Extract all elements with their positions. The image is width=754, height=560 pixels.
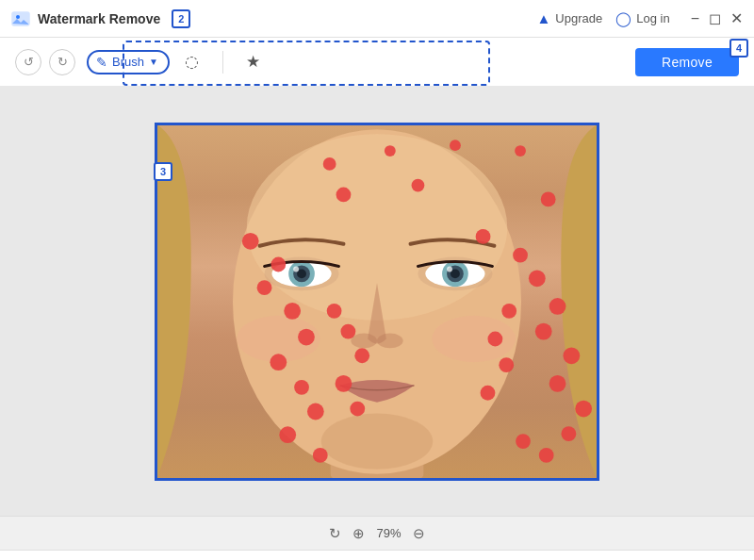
svg-point-25 [515, 145, 526, 156]
eraser-tool-button[interactable]: ★ [238, 47, 269, 77]
minimize-button[interactable]: − [691, 11, 699, 26]
brush-tool-button[interactable]: ✎ Brush ▼ [87, 50, 170, 74]
remove-button[interactable]: Remove [635, 48, 739, 76]
image-canvas[interactable] [155, 123, 599, 481]
svg-point-57 [539, 448, 554, 463]
svg-point-53 [501, 303, 516, 318]
svg-point-45 [513, 247, 528, 262]
svg-point-38 [313, 448, 328, 463]
svg-point-54 [487, 331, 502, 346]
svg-point-22 [323, 156, 336, 170]
bottom-bar: New Image Crop Download ▼ [0, 550, 754, 560]
svg-point-29 [242, 232, 259, 249]
svg-point-34 [270, 354, 287, 371]
login-button[interactable]: ◯ Log in [615, 10, 669, 27]
face-overlay [157, 125, 597, 478]
svg-point-33 [298, 328, 315, 345]
title-bar: Watermark Remove 2 ▲ Upgrade ◯ Log in − … [0, 0, 754, 38]
svg-point-26 [336, 187, 352, 202]
brush-icon: ✎ [96, 55, 107, 70]
remove-section: Remove 4 [635, 48, 739, 76]
svg-point-23 [385, 145, 396, 156]
svg-point-31 [257, 280, 272, 295]
svg-point-32 [284, 302, 301, 319]
eraser-icon: ★ [246, 52, 260, 72]
toolbar: ↺ ↻ ✎ Brush ▼ ◌ ★ Remove 4 [0, 38, 754, 87]
svg-point-50 [549, 374, 566, 391]
face-background [157, 125, 597, 478]
svg-point-19 [321, 413, 433, 469]
svg-point-58 [516, 434, 531, 449]
svg-point-16 [447, 266, 452, 272]
svg-point-28 [541, 191, 556, 206]
zoom-out-button[interactable]: ⊖ [413, 525, 425, 542]
svg-point-49 [563, 347, 580, 364]
svg-point-44 [476, 228, 491, 243]
window-controls: − ◻ ✕ [691, 11, 743, 26]
svg-point-24 [450, 140, 461, 151]
svg-point-42 [336, 374, 352, 391]
svg-point-17 [351, 333, 377, 348]
upgrade-button[interactable]: ▲ Upgrade [537, 10, 603, 26]
undo-button[interactable]: ↺ [15, 49, 41, 75]
title-left: Watermark Remove 2 [11, 9, 190, 28]
undo-icon: ↺ [24, 55, 34, 69]
rotate-button[interactable]: ↻ [329, 525, 341, 542]
svg-point-39 [327, 303, 342, 318]
upgrade-icon: ▲ [537, 10, 551, 26]
svg-point-1 [16, 15, 20, 19]
lasso-icon: ◌ [185, 52, 199, 72]
svg-point-56 [481, 385, 496, 400]
svg-point-43 [350, 401, 365, 416]
svg-point-11 [293, 266, 299, 272]
redo-button[interactable]: ↻ [49, 49, 75, 75]
zoom-level: 79% [376, 526, 401, 540]
step-badge-3: 3 [154, 162, 172, 181]
maximize-button[interactable]: ◻ [709, 11, 721, 26]
zoom-bar: ↻ ⊕ 79% ⊖ [0, 516, 754, 550]
svg-point-27 [412, 178, 425, 191]
svg-point-35 [294, 379, 309, 394]
redo-icon: ↻ [57, 55, 68, 69]
svg-point-40 [340, 323, 355, 338]
user-icon: ◯ [615, 10, 631, 27]
app-title: Watermark Remove [38, 11, 160, 26]
svg-point-46 [529, 270, 546, 287]
svg-point-47 [549, 298, 566, 315]
svg-point-21 [432, 315, 516, 361]
zoom-in-button[interactable]: ⊕ [352, 525, 365, 542]
brush-label: Brush [112, 55, 144, 69]
main-canvas: 3 [0, 87, 754, 516]
toolbar-divider [222, 51, 223, 74]
svg-point-55 [499, 357, 514, 372]
step-badge-2: 2 [172, 9, 190, 28]
svg-point-48 [535, 322, 552, 339]
title-actions: ▲ Upgrade ◯ Log in − ◻ ✕ [537, 10, 744, 27]
svg-point-36 [307, 403, 324, 420]
step-badge-4: 4 [729, 39, 748, 58]
svg-point-30 [270, 256, 286, 272]
app-logo-icon [11, 9, 30, 28]
close-button[interactable]: ✕ [730, 11, 743, 26]
svg-point-41 [354, 348, 369, 363]
lasso-tool-button[interactable]: ◌ [177, 47, 207, 77]
chevron-down-icon: ▼ [149, 57, 158, 67]
svg-point-18 [377, 333, 403, 348]
svg-point-52 [561, 426, 576, 441]
svg-point-37 [279, 426, 296, 443]
svg-point-51 [575, 400, 592, 417]
